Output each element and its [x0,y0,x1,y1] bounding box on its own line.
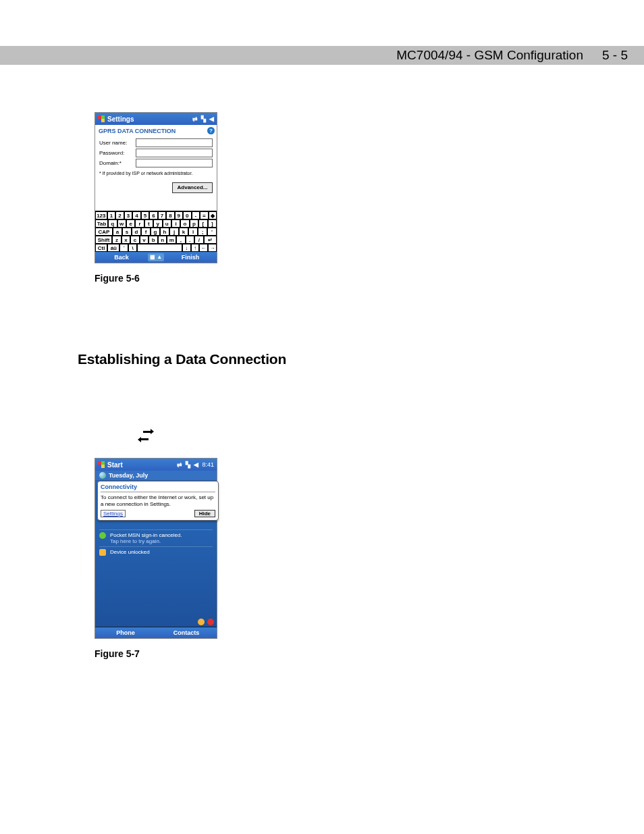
key-↓[interactable]: ↓ [182,244,191,252]
key-áü[interactable]: áü [107,244,119,252]
sip-toggle-icon[interactable]: ▦ ▲ [148,253,164,261]
key-d[interactable]: d [132,228,141,236]
key-space[interactable] [137,244,182,252]
key-`[interactable]: ` [119,244,128,252]
key-a[interactable]: a [113,228,122,236]
hide-button[interactable]: Hide [194,510,215,517]
windows-flag-icon[interactable] [98,461,105,468]
key-n[interactable]: n [158,236,167,244]
key-u[interactable]: u [163,219,171,228]
today-item-lock[interactable]: Device unlocked [99,546,213,558]
titlebar-label[interactable]: Start [107,461,123,469]
key-0[interactable]: 0 [183,211,191,219]
key-z[interactable]: z [112,236,122,244]
softkey-bar: Phone Contacts [95,627,217,638]
connectivity-icon[interactable]: ⇄ [177,461,182,468]
key-/[interactable]: / [194,236,204,244]
key-CAP[interactable]: CAP [95,228,113,236]
key-o[interactable]: o [180,219,189,228]
key-→[interactable]: → [208,244,217,252]
key-y[interactable]: y [153,219,162,228]
domain-row: Domain:* [99,159,213,167]
key-k[interactable]: k [179,228,188,236]
key-g[interactable]: g [151,228,160,236]
key-h[interactable]: h [160,228,169,236]
key-6[interactable]: 6 [149,211,157,219]
key-8[interactable]: 8 [166,211,174,219]
key-Tab[interactable]: Tab [95,219,108,228]
balloon-text: To connect to either the Internet or wor… [101,494,215,508]
username-field[interactable] [136,138,213,147]
contacts-softkey[interactable]: Contacts [156,629,217,636]
key-1[interactable]: 1 [107,211,115,219]
key-=[interactable]: = [200,211,208,219]
key-t[interactable]: t [144,219,153,228]
key-v[interactable]: v [140,236,149,244]
today-date-row[interactable]: Tuesday, July [95,471,217,481]
figure-5-6-caption: Figure 5-6 [95,273,591,284]
key-w[interactable]: w [117,219,126,228]
key-\[interactable]: \ [128,244,137,252]
key-b[interactable]: b [149,236,158,244]
tray-icon-2[interactable] [207,619,214,625]
settings-title-bar: Settings ⇄ ▚ ◀ [95,113,217,125]
key--[interactable]: - [192,211,200,219]
advanced-button[interactable]: Advanced... [172,182,213,193]
key-l[interactable]: l [188,228,198,236]
key-p[interactable]: p [190,219,198,228]
key-9[interactable]: 9 [175,211,183,219]
key-.[interactable]: . [186,236,195,244]
key-5[interactable]: 5 [141,211,149,219]
speaker-icon[interactable]: ◀ [194,461,198,468]
key-r[interactable]: r [135,219,144,228]
form-area: User name: Password: Domain:* * If provi… [95,136,217,197]
lock-text: Device unlocked [110,549,150,555]
key-s[interactable]: s [122,228,132,236]
finish-button[interactable]: Finish [164,254,217,261]
connectivity-balloon: Connectivity To connect to either the In… [97,481,219,521]
settings-link[interactable]: Settings [101,510,126,517]
page-header-bar: MC7004/94 - GSM Configuration 5 - 5 [0,46,644,65]
key-][interactable]: ] [208,219,217,228]
key-↑[interactable]: ↑ [191,244,200,252]
key-[[interactable]: [ [198,219,207,228]
key-123[interactable]: 123 [95,211,107,219]
today-clock-icon [99,472,106,479]
key-←[interactable]: ← [199,244,208,252]
key-e[interactable]: e [126,219,135,228]
msn-line2: Tap here to try again. [110,538,182,544]
key-m[interactable]: m [167,236,176,244]
speaker-icon[interactable]: ◀ [209,115,214,122]
key-x[interactable]: x [122,236,131,244]
key-3[interactable]: 3 [124,211,132,219]
key-Shift[interactable]: Shift [95,236,112,244]
key-i[interactable]: i [171,219,180,228]
kbd-row-5: Ctláü`\ ↓↑←→ [95,244,217,252]
tray-icon-1[interactable] [198,619,205,625]
today-item-msn[interactable]: Pocket MSN sign-in canceled. Tap here to… [99,529,213,546]
clock: 8:41 [202,461,214,468]
key-f[interactable]: f [141,228,151,236]
signal-icon[interactable]: ▚ [186,461,190,468]
help-icon[interactable]: ? [207,127,215,134]
key-Ctl[interactable]: Ctl [95,244,107,252]
key-;[interactable]: ; [198,228,207,236]
today-date-text: Tuesday, July [109,472,148,479]
key-◆[interactable]: ◆ [209,211,217,219]
key-2[interactable]: 2 [115,211,124,219]
key-↵[interactable]: ↵ [204,236,217,244]
signal-icon[interactable]: ▚ [201,115,206,122]
key-q[interactable]: q [108,219,117,228]
key-'[interactable]: ' [207,228,217,236]
key-c[interactable]: c [130,236,140,244]
domain-field[interactable] [136,159,213,167]
connectivity-icon[interactable]: ⇄ [192,115,198,122]
phone-softkey[interactable]: Phone [95,629,156,636]
password-field[interactable] [136,149,213,157]
key-j[interactable]: j [169,228,179,236]
key-7[interactable]: 7 [158,211,166,219]
back-button[interactable]: Back [95,254,148,261]
key-4[interactable]: 4 [132,211,140,219]
key-,[interactable]: , [176,236,186,244]
domain-label: Domain:* [99,160,136,166]
